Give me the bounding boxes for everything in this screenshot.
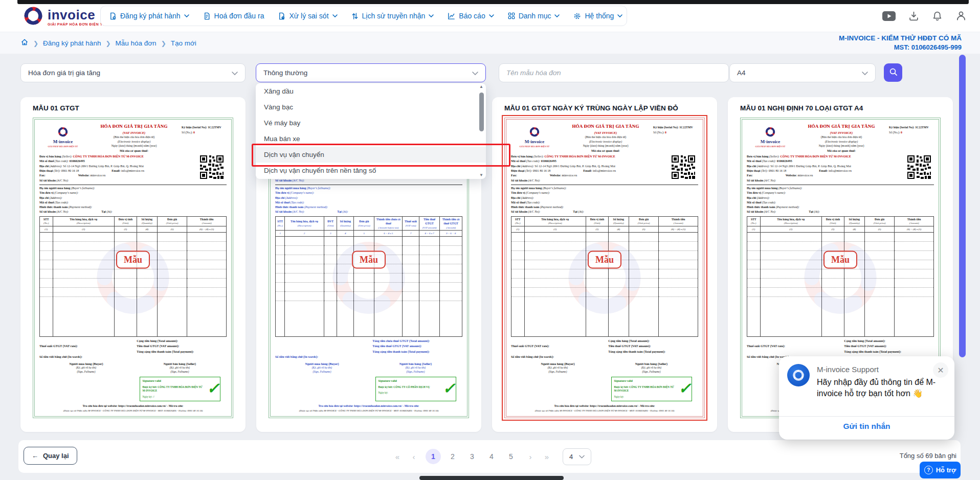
page-number[interactable]: 2 [445, 449, 460, 464]
paper-size-select[interactable]: A4 [729, 63, 876, 82]
chevron-right-icon: ❯ [161, 40, 166, 47]
invoice-line: Họ tên người mua hàng (Buyer's fullname)… [747, 186, 934, 191]
minvoice-logo[interactable]: invoice GIẢI PHÁP HÓA ĐƠN ĐIỆN TỬ [23, 5, 106, 29]
invoice-line: Địa chỉ (Address): [275, 196, 462, 200]
top-navbar: invoice GIẢI PHÁP HÓA ĐƠN ĐIỆN TỬ Đăng k… [0, 0, 980, 32]
bell-icon[interactable] [932, 11, 943, 21]
close-icon[interactable]: ✕ [933, 362, 948, 378]
nav-item-hoa-don-dau-ra[interactable]: Hoá đơn đầu ra [203, 12, 264, 20]
invoice-line: Tên đơn vị (Company's name): [275, 191, 462, 195]
scrollbar-thumb[interactable] [479, 93, 484, 131]
page-number[interactable]: 5 [503, 449, 519, 464]
invoice-line: Địa chỉ (Address): [747, 196, 934, 200]
first-page-button[interactable]: « [391, 452, 404, 461]
nav-item-he-thong[interactable]: Hệ thống [573, 12, 622, 20]
send-message-link[interactable]: Gửi tin nhắn [779, 422, 954, 431]
lookup-line: Tra cứu hóa đơn tại website: https://tra… [275, 404, 462, 408]
nav-item-bao-cao[interactable]: Báo cáo [448, 12, 494, 20]
invoice-line: Fax:Website: minvoice.vn [747, 173, 906, 178]
breadcrumb-item[interactable]: Mẫu hóa đơn [115, 39, 156, 47]
invoice-header-center: HÓA ĐƠN GIÁ TRỊ GIA TĂNG (VAT INVOICE) (… [558, 123, 653, 153]
invoice-line: Mã số thuế (Tax code): 0106026495 [39, 159, 199, 164]
scroll-down-icon[interactable]: ▼ [479, 173, 483, 178]
buyer-block: Họ tên người mua hàng (Buyer's fullname)… [511, 186, 698, 215]
invoice-items-table: STT(No.)Tên hàng hóa, dịch vụ(Descriptio… [275, 216, 462, 337]
company-name: M-INVOICE - KIỂM THỬ HĐĐT CÓ MÃ [839, 34, 962, 43]
breadcrumb-item[interactable]: Tạo mới [171, 39, 196, 47]
buyer-sign-block: Người mua hàng (Buyer) (Ký, ghi rõ họ tê… [511, 361, 605, 401]
grid-icon [508, 12, 515, 19]
divider [779, 416, 954, 417]
qr-code [199, 154, 225, 180]
chevron-right-icon: ❯ [33, 40, 38, 47]
invoice-table-area: STT(No.)Tên hàng hóa, dịch vụ(Descriptio… [275, 216, 462, 337]
invoice-preview: M-invoice GIẢI PHÁP HÓA ĐƠN ĐIỆN TỬ HÓA … [33, 118, 233, 418]
divider [747, 185, 934, 185]
invoice-line: Họ tên người mua hàng (Buyer's fullname)… [39, 186, 227, 191]
category-select[interactable]: Thông thường [256, 63, 486, 82]
page-number[interactable]: 3 [464, 449, 480, 464]
invoice-line: Địa chỉ (Address): Số 12-14 Ngõ 269/1 Đư… [39, 164, 199, 169]
youtube-icon[interactable] [882, 11, 896, 21]
breadcrumb-item[interactable]: Đăng ký phát hành [43, 39, 101, 47]
invoice-line: Địa chỉ (Address): Số 12-14 Ngõ 269/1 Đư… [511, 164, 671, 169]
invoice-type-select[interactable]: Hóa đơn giá trị gia tăng [20, 63, 246, 82]
minvoice-knot-icon [57, 126, 69, 138]
file-error-icon [278, 12, 285, 20]
chevron-down-icon [184, 14, 189, 17]
dropdown-option[interactable]: Vé máy bay [256, 115, 486, 131]
minvoice-knot-icon [765, 126, 776, 138]
invoice-line: Mã số thuế (Tax code): 0106026495 [511, 159, 671, 164]
software-line: (Được tạo từ Phần mềm M-INVOICE - CÔNG T… [511, 409, 698, 413]
seller-sign-block: Người bán hàng (Seller) (Ký, ghi rõ họ t… [369, 361, 462, 401]
divider [275, 185, 462, 185]
search-button[interactable] [884, 63, 902, 82]
bottom-dark-bar [419, 476, 564, 480]
browser-top-strip [17, 0, 969, 4]
signature-box: Signature valid Được ký bởi: CÔNG TY CỔ … [375, 377, 456, 401]
nav-item-xu-ly-sai-sot[interactable]: Xử lý sai sót [278, 12, 337, 20]
home-icon[interactable] [20, 38, 29, 48]
invoice-line: Mã số thuế (Tax code): [511, 200, 698, 205]
invoice-line: Hình thức thanh toán (Payment method): [511, 205, 698, 210]
nav-item-lich-su-truyen-nhan[interactable]: Lịch sử truyền nhận [351, 12, 434, 20]
amount-in-words: Số tiền viết bằng chữ (In words): [275, 354, 462, 360]
total-records: Tổng số 69 bản ghi [900, 452, 956, 460]
lookup-line: Tra cứu hóa đơn tại website: https://tra… [39, 404, 227, 408]
page-number[interactable]: 1 [426, 449, 441, 464]
invoice-template-card[interactable]: MẪU 01 GTGT NGÀY KÝ TRÙNG NGÀY LẬP VIỀN … [492, 97, 717, 432]
next-page-button[interactable]: › [524, 452, 537, 461]
invoice-serial-block: Ký hiệu (Serial No): 1C22TMV Số (No.): 0 [653, 123, 698, 135]
buyer-block: Họ tên người mua hàng (Buyer's fullname)… [39, 186, 227, 215]
user-icon[interactable] [955, 10, 967, 21]
invoice-totals: Cộng tiền hàng (Total amount):Thuế suất … [39, 338, 227, 355]
mau-stamp: Mẫu [823, 250, 857, 268]
invoice-template-card[interactable]: MẪU 01 GTGT M-invoice GIẢI PHÁP HÓA ĐƠN … [20, 97, 246, 432]
download-icon[interactable] [908, 11, 919, 21]
mau-stamp: Mẫu [352, 250, 386, 268]
invoice-serial-block: Ký hiệu (Serial No): 1C22TMV Số (No.): 0 [182, 123, 227, 135]
invoice-table-area: STT(No.)Tên hàng hóa, dịch vụ(Descriptio… [511, 216, 698, 337]
check-icon: ✓ [207, 377, 219, 400]
prev-page-button[interactable]: ‹ [407, 452, 420, 461]
last-page-button[interactable]: » [540, 452, 553, 461]
invoice-line: Hình thức thanh toán (Payment method): [39, 205, 227, 210]
lookup-line: Tra cứu hóa đơn tại website: https://tra… [511, 404, 698, 408]
dropdown-option[interactable]: Vàng bạc [256, 99, 486, 115]
back-button[interactable]: ← Quay lại [24, 447, 77, 465]
nav-item-dang-ky-phat-hanh[interactable]: Đăng ký phát hành [109, 12, 189, 20]
invoice-line: Mã số thuế (Tax code): [39, 200, 227, 205]
template-name-input[interactable] [499, 64, 728, 82]
nav-item-danh-muc[interactable]: Danh mục [508, 12, 560, 20]
breadcrumb-row: ❯ Đăng ký phát hành ❯ Mẫu hóa đơn ❯ Tạo … [0, 32, 980, 54]
gear-icon [573, 12, 581, 20]
support-button[interactable]: ? Hỗ trợ [920, 462, 961, 478]
page-scrollbar[interactable] [959, 55, 966, 357]
scroll-up-icon[interactable]: ▲ [479, 84, 483, 89]
dropdown-option[interactable]: Xăng dầu [256, 83, 486, 99]
arrow-left-icon: ← [32, 452, 38, 460]
page-number[interactable]: 4 [484, 449, 499, 464]
invoice-line: Số tài khoản (A/C No):Tại (At): [275, 210, 462, 214]
page-size-select[interactable]: 4 [563, 448, 591, 465]
card-title: MẪU 01 GTGT [33, 104, 233, 115]
